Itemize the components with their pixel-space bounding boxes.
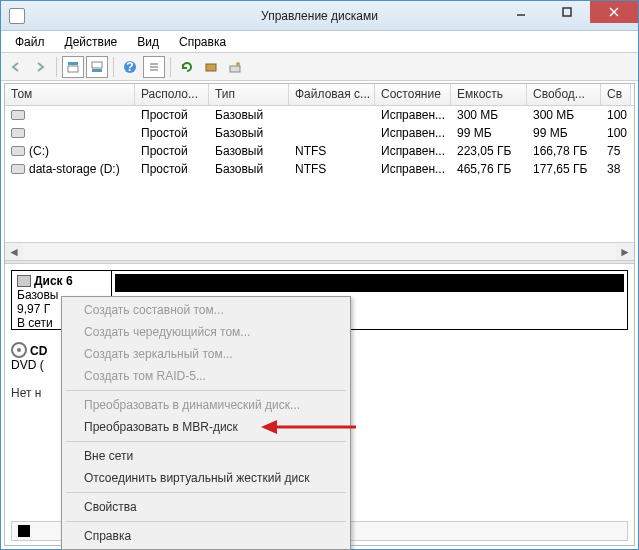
cm-convert-dynamic[interactable]: Преобразовать в динамический диск... (64, 394, 348, 416)
cm-create-striped[interactable]: Создать чередующийся том... (64, 321, 348, 343)
col-free[interactable]: Свобод... (527, 84, 601, 105)
cm-convert-mbr[interactable]: Преобразовать в MBR-диск (64, 416, 348, 438)
svg-rect-4 (68, 62, 78, 65)
svg-rect-5 (68, 66, 78, 72)
maximize-button[interactable] (544, 1, 590, 23)
menu-view[interactable]: Вид (127, 33, 169, 51)
volume-icon (11, 164, 25, 174)
svg-line-2 (610, 8, 618, 16)
toolbar-separator (113, 57, 114, 77)
grid-header-row: Том Располо... Тип Файловая с... Состоян… (5, 84, 634, 106)
cm-offline[interactable]: Вне сети (64, 445, 348, 467)
cm-separator (66, 521, 346, 522)
disk-icon (17, 275, 31, 287)
context-menu: Создать составной том... Создать чередую… (61, 296, 351, 550)
toolbar-separator (56, 57, 57, 77)
svg-rect-7 (92, 69, 102, 72)
disk-name: Диск 6 (34, 274, 73, 288)
view-bottom-button[interactable] (86, 56, 108, 78)
svg-point-15 (236, 62, 240, 66)
table-row[interactable]: (C:)ПростойБазовыйNTFSИсправен...223,05 … (5, 142, 634, 160)
menu-action[interactable]: Действие (55, 33, 128, 51)
cm-create-raid5[interactable]: Создать том RAID-5... (64, 365, 348, 387)
cm-separator (66, 390, 346, 391)
scroll-right-icon[interactable]: ► (616, 244, 634, 260)
cdrom-icon (11, 342, 27, 358)
col-status[interactable]: Состояние (375, 84, 451, 105)
table-row[interactable]: ПростойБазовыйИсправен...300 МБ300 МБ100 (5, 106, 634, 124)
svg-rect-14 (230, 66, 240, 72)
rescan-button[interactable] (200, 56, 222, 78)
cm-properties[interactable]: Свойства (64, 496, 348, 518)
cm-separator (66, 492, 346, 493)
help-button[interactable]: ? (119, 56, 141, 78)
toolbar: ? (1, 53, 638, 81)
view-top-button[interactable] (62, 56, 84, 78)
window-controls (498, 1, 638, 23)
app-icon (9, 8, 25, 24)
cm-create-mirrored[interactable]: Создать зеркальный том... (64, 343, 348, 365)
cdrom-label: CD (30, 344, 47, 358)
cm-detach-vhd[interactable]: Отсоединить виртуальный жесткий диск (64, 467, 348, 489)
legend-swatch-unallocated (18, 525, 30, 537)
svg-rect-13 (206, 64, 216, 71)
table-row[interactable]: data-storage (D:)ПростойБазовыйNTFSИспра… (5, 160, 634, 178)
forward-button[interactable] (29, 56, 51, 78)
attach-vhd-button[interactable] (224, 56, 246, 78)
cm-separator (66, 441, 346, 442)
svg-rect-1 (563, 8, 571, 16)
scroll-track[interactable] (23, 244, 616, 260)
menubar: Файл Действие Вид Справка (1, 31, 638, 53)
col-pct[interactable]: Св (601, 84, 631, 105)
close-button[interactable] (590, 1, 638, 23)
cm-create-spanned[interactable]: Создать составной том... (64, 299, 348, 321)
volume-icon (11, 128, 25, 138)
minimize-button[interactable] (498, 1, 544, 23)
disk-management-window: Управление дисками Файл Действие Вид Спр… (0, 0, 639, 550)
settings-list-button[interactable] (143, 56, 165, 78)
volume-grid[interactable]: Том Располо... Тип Файловая с... Состоян… (5, 84, 634, 260)
table-row[interactable]: ПростойБазовыйИсправен...99 МБ99 МБ100 (5, 124, 634, 142)
col-type[interactable]: Тип (209, 84, 289, 105)
back-button[interactable] (5, 56, 27, 78)
scroll-left-icon[interactable]: ◄ (5, 244, 23, 260)
col-capacity[interactable]: Емкость (451, 84, 527, 105)
cm-help[interactable]: Справка (64, 525, 348, 547)
svg-line-3 (610, 8, 618, 16)
volume-icon (11, 146, 25, 156)
menu-file[interactable]: Файл (5, 33, 55, 51)
horizontal-scrollbar[interactable]: ◄ ► (5, 242, 634, 260)
svg-rect-6 (92, 62, 102, 68)
grid-body: ПростойБазовыйИсправен...300 МБ300 МБ100… (5, 106, 634, 178)
volume-icon (11, 110, 25, 120)
refresh-button[interactable] (176, 56, 198, 78)
svg-text:?: ? (126, 60, 133, 74)
unallocated-bar[interactable] (115, 274, 624, 292)
menu-help[interactable]: Справка (169, 33, 236, 51)
titlebar[interactable]: Управление дисками (1, 1, 638, 31)
toolbar-separator (170, 57, 171, 77)
col-layout[interactable]: Располо... (135, 84, 209, 105)
col-filesystem[interactable]: Файловая с... (289, 84, 375, 105)
col-volume[interactable]: Том (5, 84, 135, 105)
